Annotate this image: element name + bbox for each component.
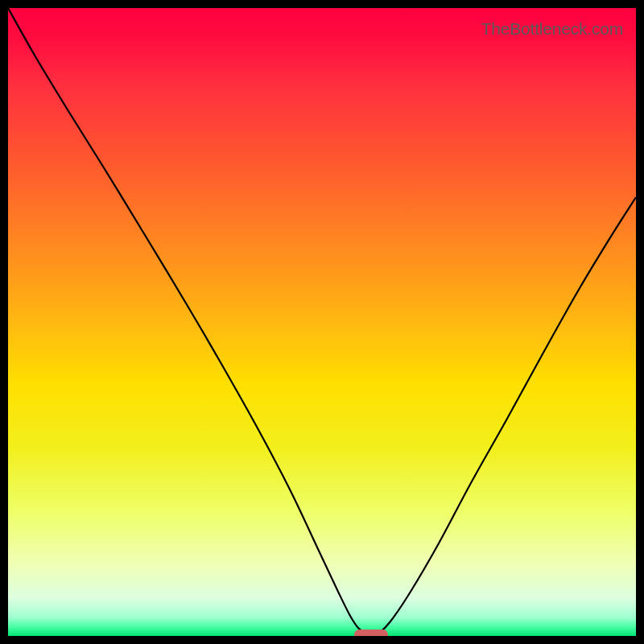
- plot-area: TheBottleneck.com: [8, 8, 636, 636]
- minimum-marker: [354, 630, 388, 637]
- bottleneck-curve: [8, 8, 636, 636]
- chart-stage: TheBottleneck.com: [0, 0, 644, 644]
- curve-svg: [8, 8, 636, 636]
